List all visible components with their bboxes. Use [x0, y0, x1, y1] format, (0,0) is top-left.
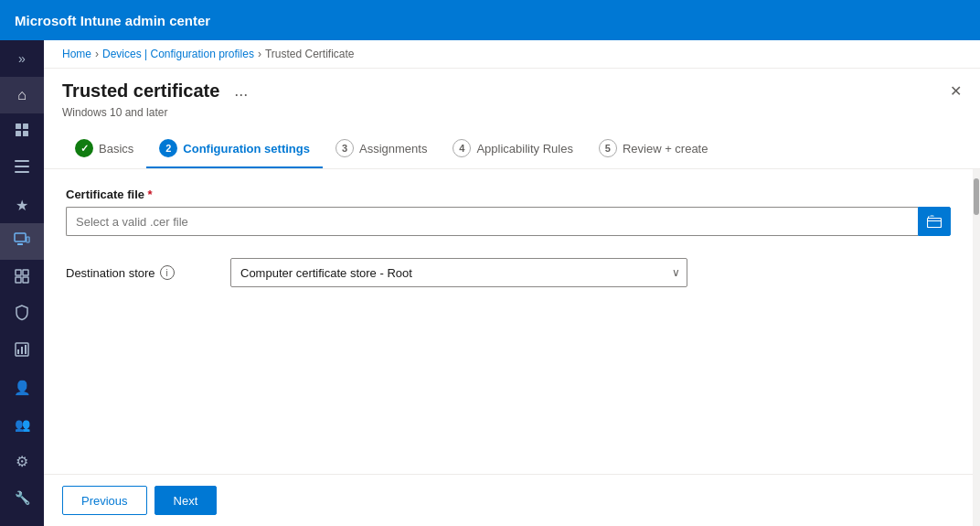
close-button[interactable]: ✕: [950, 82, 962, 100]
svg-rect-9: [27, 237, 29, 242]
file-browse-button[interactable]: [918, 207, 951, 236]
destination-store-label: Destination store i: [66, 265, 212, 280]
sidebar-item-dashboard[interactable]: [0, 113, 44, 150]
tabs-bar: ✓ Basics 2 Configuration settings 3 Assi…: [44, 130, 980, 169]
scroll-thumb[interactable]: [974, 178, 979, 215]
tab-config[interactable]: 2 Configuration settings: [146, 130, 323, 168]
breadcrumb-section[interactable]: Devices | Configuration profiles: [102, 48, 254, 60]
sidebar-item-troubleshoot[interactable]: 🔧: [0, 479, 44, 516]
previous-button[interactable]: Previous: [62, 486, 147, 515]
tab-review-circle: 5: [599, 139, 617, 157]
tab-applicability[interactable]: 4 Applicability Rules: [440, 130, 586, 168]
tab-basics-circle: ✓: [75, 139, 93, 157]
top-bar: Microsoft Intune admin center: [0, 0, 980, 40]
svg-rect-13: [23, 277, 28, 283]
more-options-button[interactable]: ...: [229, 80, 253, 102]
tab-basics-label: Basics: [99, 142, 133, 156]
sidebar-item-favorites[interactable]: ★: [0, 187, 44, 223]
destination-store-value: Computer certificate store - Root: [240, 266, 412, 280]
info-icon[interactable]: i: [160, 265, 175, 280]
destination-store-dropdown[interactable]: Computer certificate store - Root: [230, 258, 687, 287]
footer-bar: Previous Next: [44, 474, 973, 526]
svg-rect-18: [928, 219, 942, 228]
breadcrumb: Home › Devices | Configuration profiles …: [44, 40, 980, 69]
sidebar-item-security[interactable]: [0, 296, 44, 333]
breadcrumb-current: Trusted Certificate: [265, 48, 355, 60]
svg-rect-12: [16, 277, 21, 283]
certificate-file-label: Certificate file *: [66, 188, 951, 201]
form-area: Certificate file *: [44, 169, 973, 474]
certificate-file-row: [66, 207, 951, 236]
panel: Trusted certificate ... ✕ Windows 10 and…: [44, 69, 980, 526]
tab-config-circle: 2: [159, 139, 177, 157]
sidebar-item-devices[interactable]: [0, 223, 44, 260]
svg-rect-7: [15, 233, 26, 242]
sidebar-item-home[interactable]: ⌂: [0, 77, 44, 113]
certificate-file-input[interactable]: [66, 207, 918, 236]
panel-header: Trusted certificate ... ✕: [44, 69, 980, 106]
allservices-icon: [15, 160, 29, 177]
svg-rect-15: [17, 349, 19, 354]
destination-store-row: Destination store i Computer certificate…: [66, 258, 951, 287]
groups-icon: 👥: [15, 417, 30, 432]
svg-rect-5: [15, 166, 29, 167]
tab-assignments-label: Assignments: [359, 142, 427, 156]
app-title: Microsoft Intune admin center: [15, 13, 210, 28]
destination-store-dropdown-wrapper: Computer certificate store - Root ∨: [230, 258, 687, 287]
svg-rect-17: [25, 345, 27, 354]
wrench-icon: 🔧: [15, 490, 30, 505]
tab-review-label: Review + create: [623, 142, 708, 156]
home-icon: ⌂: [17, 87, 27, 103]
tab-assignments-circle: 3: [336, 139, 354, 157]
svg-rect-10: [16, 270, 21, 275]
sidebar-item-groups[interactable]: 👥: [0, 406, 44, 443]
required-star: *: [148, 188, 153, 201]
breadcrumb-home[interactable]: Home: [62, 48, 91, 60]
svg-rect-11: [23, 270, 28, 275]
sidebar-item-settings[interactable]: ⚙: [0, 443, 44, 479]
devices-icon: [14, 232, 30, 251]
sidebar-expand-button[interactable]: »: [0, 44, 44, 73]
panel-body: Certificate file *: [44, 169, 973, 526]
breadcrumb-sep1: ›: [95, 48, 99, 60]
security-icon: [15, 305, 29, 325]
svg-rect-3: [23, 131, 28, 136]
tab-basics[interactable]: ✓ Basics: [62, 130, 146, 168]
svg-rect-6: [15, 171, 29, 173]
tab-review[interactable]: 5 Review + create: [586, 130, 721, 168]
sidebar-item-reports[interactable]: [0, 333, 44, 370]
svg-rect-1: [23, 123, 28, 129]
apps-icon: [15, 269, 29, 287]
sidebar: » ⌂ ★: [0, 40, 44, 526]
content-area: Home › Devices | Configuration profiles …: [44, 40, 980, 526]
svg-rect-0: [16, 123, 21, 129]
sidebar-item-users[interactable]: 👤: [0, 370, 44, 406]
sidebar-item-allservices[interactable]: [0, 150, 44, 187]
next-button[interactable]: Next: [154, 486, 218, 515]
tab-applicability-label: Applicability Rules: [476, 142, 573, 156]
scroll-track: [973, 169, 980, 526]
panel-title: Trusted certificate: [62, 81, 219, 102]
dashboard-icon: [15, 123, 29, 141]
svg-rect-2: [16, 131, 21, 136]
svg-rect-8: [17, 243, 23, 245]
svg-rect-4: [15, 160, 29, 162]
tab-assignments[interactable]: 3 Assignments: [323, 130, 440, 168]
reports-icon: [15, 342, 29, 360]
users-icon: 👤: [14, 380, 31, 396]
breadcrumb-sep2: ›: [258, 48, 261, 60]
star-icon: ★: [16, 197, 28, 214]
panel-subtitle: Windows 10 and later: [44, 106, 980, 130]
sidebar-item-apps[interactable]: [0, 260, 44, 296]
tab-config-label: Configuration settings: [183, 142, 310, 156]
svg-rect-16: [21, 347, 23, 354]
gear-icon: ⚙: [16, 453, 28, 470]
tab-applicability-circle: 4: [453, 139, 471, 157]
